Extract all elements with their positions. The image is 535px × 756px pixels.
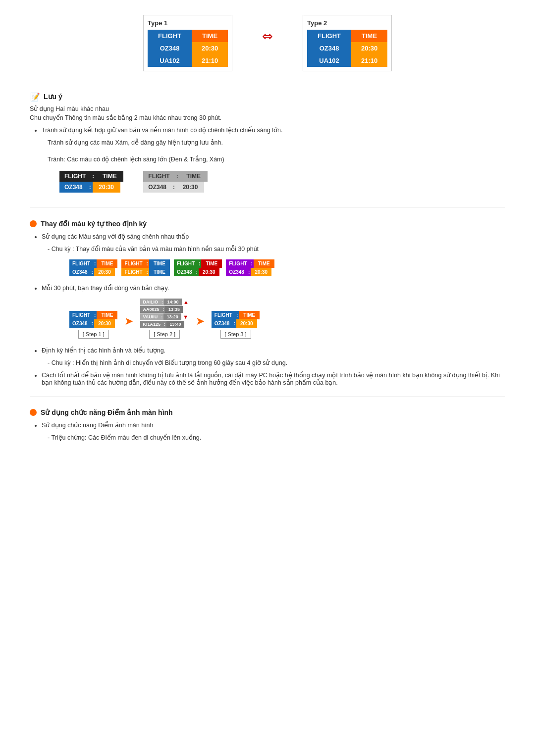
table-row: UA102 21:10 xyxy=(148,54,228,67)
divider-2 xyxy=(30,396,505,397)
section2-bullet-list: Sử dụng các Màu sáng với độ sáng chênh n… xyxy=(42,233,505,240)
section2-heading: Thay đổi màu ký tự theo định kỳ xyxy=(30,220,505,228)
type2-time-1: 21:10 xyxy=(351,54,387,67)
dark-flight-header-label: FLIGHT xyxy=(59,171,91,182)
step-diagram: FLIGHT : TIME OZ348 : 20:30 [ Step 1 ] ➤… xyxy=(69,299,505,339)
step2-sep2: : xyxy=(161,306,165,313)
table-row: OZ348 20:30 xyxy=(148,42,228,54)
rot4-flight-v: OZ348 xyxy=(226,268,247,276)
step2-t4: 13:40 xyxy=(166,321,184,328)
step1-box: FLIGHT : TIME OZ348 : 20:30 xyxy=(69,311,117,328)
rot1-flight-h: FLIGHT xyxy=(69,259,93,268)
rot2-flight-h: FLIGHT xyxy=(121,259,145,268)
step3-box: FLIGHT : TIME OZ348 : 20:30 xyxy=(212,311,260,328)
step3-sep-h: : xyxy=(235,311,239,319)
light-body-sep: : xyxy=(171,182,176,193)
type2-flight-0: OZ348 xyxy=(307,42,351,54)
step2-f2: AA0025 xyxy=(140,306,161,313)
indent-note-1: Tránh sử dụng các màu Xám, dễ dàng gây h… xyxy=(48,139,505,146)
type1-time-header: TIME xyxy=(192,30,228,42)
step2-f4: KI1A125 xyxy=(140,321,163,328)
step2-f3: VAUIIU xyxy=(140,313,160,320)
dark-flight-header: FLIGHT : TIME xyxy=(59,171,123,182)
step2-row4: KI1A125 : 13:40 xyxy=(140,321,188,328)
comparison-section: Type 1 FLIGHT TIME OZ348 20:30 UA102 21:… xyxy=(30,15,505,71)
step2-sep4: : xyxy=(163,321,166,328)
rot4-sep-h: : xyxy=(250,259,253,268)
step1-flight-v: OZ348 xyxy=(69,319,91,328)
step2-row3: VAUIIU : 13:20 ▼ xyxy=(140,313,188,320)
rot4-time-h: TIME xyxy=(254,259,274,268)
note-sub1: Sử dụng Hai màu khác nhau xyxy=(30,105,505,112)
step3-label: [ Step 3 ] xyxy=(220,330,251,339)
cycle-note: - Chu kỳ : Thay đổi màu của văn bản và m… xyxy=(48,245,505,252)
rotate-box-2: FLIGHT : TIME FLIGHT : TIME xyxy=(121,259,169,276)
rot2-time-h: TIME xyxy=(149,259,170,268)
type1-block: Type 1 FLIGHT TIME OZ348 20:30 UA102 21:… xyxy=(143,15,232,71)
step2-sep3: : xyxy=(160,313,163,320)
step-bullet-list: Mỗi 30 phút, bạn thay đổi dòng văn bản c… xyxy=(42,284,505,292)
section2: Thay đổi màu ký tự theo định kỳ Sử dụng … xyxy=(30,220,505,386)
note-title-text: Lưu ý xyxy=(44,93,62,101)
light-flight-body: OZ348 : 20:30 xyxy=(143,182,207,193)
step-arrow-1: ➤ xyxy=(124,315,133,339)
step2-box: DAILIO : 14:00 ▲ AA0025 : 13:35 VAUIIU xyxy=(140,299,188,328)
rot3-time-h: TIME xyxy=(201,259,222,268)
section2-title: Thay đổi màu ký tự theo định kỳ xyxy=(41,220,147,228)
type2-time-header: TIME xyxy=(351,30,387,42)
type2-table: FLIGHT TIME OZ348 20:30 UA102 21:10 xyxy=(307,30,387,67)
type1-flight-0: OZ348 xyxy=(148,42,192,54)
rotate-row: FLIGHT : TIME OZ348 : 20:30 FLIGHT : TIM… xyxy=(69,259,505,276)
rotate-box-3-header: FLIGHT : TIME xyxy=(174,259,222,268)
section4-heading: Sử dụng chức năng Điểm ảnh màn hình xyxy=(30,408,505,416)
type1-table: FLIGHT TIME OZ348 20:30 UA102 21:10 xyxy=(148,30,228,67)
list-item: Tránh sử dụng kết hợp giữ văn bản và nền… xyxy=(42,126,505,134)
light-time-val: 20:30 xyxy=(176,182,204,193)
orange-circle-icon xyxy=(30,220,37,227)
divider-1 xyxy=(30,207,505,208)
rotate-box-2-body: FLIGHT : TIME xyxy=(121,268,169,276)
compare-arrow: ⇔ xyxy=(262,29,273,44)
rotate-box-4-body: OZ348 : 20:30 xyxy=(226,268,274,276)
step2-t2: 13:35 xyxy=(165,306,183,313)
dark-header-sep: : xyxy=(91,171,96,182)
type2-flight-header: FLIGHT xyxy=(307,30,351,42)
type2-flight-1: UA102 xyxy=(307,54,351,67)
section3-sub-note: - Chu kỳ : Hiển thị hình ảnh di chuyển v… xyxy=(48,359,505,366)
step-arrow-2: ➤ xyxy=(196,315,205,339)
section4-title: Sử dụng chức năng Điểm ảnh màn hình xyxy=(41,408,173,416)
rot2-sep-v: : xyxy=(146,268,149,276)
step1-time-v: 20:30 xyxy=(94,319,115,328)
rot3-flight-h: FLIGHT xyxy=(174,259,198,268)
section4: Sử dụng chức năng Điểm ảnh màn hình Sử d… xyxy=(30,408,505,441)
light-flight-box: FLIGHT : TIME OZ348 : 20:30 xyxy=(143,171,207,193)
step2-indicator-down: ▼ xyxy=(183,314,188,320)
type1-label: Type 1 xyxy=(148,19,228,27)
step2-item: DAILIO : 14:00 ▲ AA0025 : 13:35 VAUIIU xyxy=(140,299,188,339)
list-item: Sử dụng chức năng Điểm ảnh màn hình xyxy=(42,421,505,429)
rot1-flight-v: OZ348 xyxy=(69,268,91,276)
step2-sep1: : xyxy=(160,299,164,305)
dark-body-sep: : xyxy=(88,182,93,193)
light-flight-header-label: FLIGHT xyxy=(143,171,174,182)
rot2-sep-h: : xyxy=(146,259,149,268)
orange-circle-icon-2 xyxy=(30,409,37,416)
light-header-sep: : xyxy=(175,171,180,182)
step2-label: [ Step 2 ] xyxy=(149,330,180,339)
type1-time-1: 21:10 xyxy=(192,54,228,67)
table-row: UA102 21:10 xyxy=(307,54,387,67)
step1-flight-h: FLIGHT xyxy=(69,311,93,319)
step1-time-h: TIME xyxy=(97,311,117,319)
note-section: 📝 Lưu ý Sử dụng Hai màu khác nhau Chu ch… xyxy=(30,91,505,193)
step1-sep-h: : xyxy=(93,311,97,319)
step1-sep-v: : xyxy=(91,319,94,328)
rotate-box-4: FLIGHT : TIME OZ348 : 20:30 xyxy=(226,259,274,276)
step2-row1: DAILIO : 14:00 ▲ xyxy=(140,299,188,305)
list-item: Sử dụng các Màu sáng với độ sáng chênh n… xyxy=(42,233,505,240)
dark-flight-box: FLIGHT : TIME OZ348 : 20:30 xyxy=(59,171,123,193)
step2-t1: 14:00 xyxy=(164,299,182,305)
rot2-flight-v: FLIGHT xyxy=(121,268,145,276)
section3-bullet-list: Định kỳ hiển thị các hình ảnh và biểu tư… xyxy=(42,347,505,354)
rot4-sep-v: : xyxy=(247,268,251,276)
step3-time-h: TIME xyxy=(239,311,260,319)
